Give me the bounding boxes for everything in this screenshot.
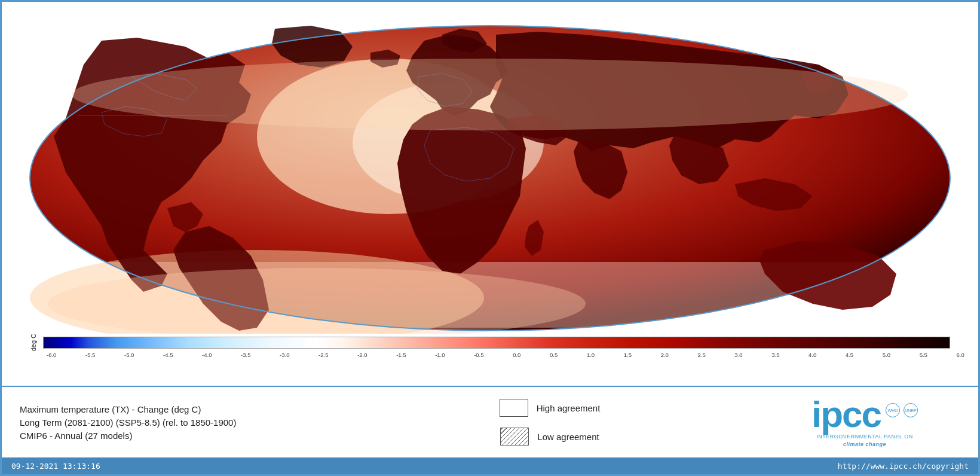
- tick-15: 1.0: [587, 352, 595, 358]
- tick-24: 5.5: [920, 352, 927, 358]
- tick-2: -5.5: [85, 352, 95, 358]
- info-line-2: Long Term (2081-2100) (SSP5-8.5) (rel. t…: [20, 417, 330, 428]
- map-visual: [18, 23, 962, 334]
- tick-9: -2.0: [357, 352, 367, 358]
- low-agreement-label: Low agreement: [537, 432, 599, 442]
- info-left: Maximum temperature (TX) - Change (deg C…: [20, 404, 330, 441]
- tick-13: 0.0: [513, 352, 520, 358]
- tick-18: 2.5: [697, 352, 705, 358]
- tick-1: -6.0: [47, 352, 56, 358]
- tick-5: -4.0: [202, 352, 212, 358]
- tick-11: -1.0: [435, 352, 445, 358]
- colorbar-label: deg C: [30, 334, 37, 351]
- tick-6: -3.5: [241, 352, 250, 358]
- tick-8: -2.5: [318, 352, 328, 358]
- svg-point-8: [72, 59, 908, 130]
- info-line-1: Maximum temperature (TX) - Change (deg C…: [20, 404, 330, 414]
- copyright-url: http://www.ipcc.ch/copyright: [838, 462, 969, 471]
- tick-4: -4.5: [163, 352, 173, 358]
- tick-10: -1.5: [396, 352, 406, 358]
- tick-16: 1.5: [624, 352, 632, 358]
- ipcc-logo-text: ipcc: [811, 396, 881, 433]
- info-line-3: CMIP6 - Annual (27 models): [20, 431, 330, 441]
- high-agreement-box: [500, 399, 528, 417]
- status-bar: 09-12-2021 13:13:16 http://www.ipcc.ch/c…: [2, 457, 978, 474]
- legend-area: High agreement Low agreement: [330, 399, 769, 446]
- tick-12: -0.5: [474, 352, 483, 358]
- tick-19: 3.0: [734, 352, 742, 358]
- tick-3: -5.0: [124, 352, 134, 358]
- map-area: deg C -6.0 -5.5 -5.0 -4.5 -4.0 -3.5 -3.0…: [2, 2, 978, 386]
- main-frame: deg C -6.0 -5.5 -5.0 -4.5 -4.0 -3.5 -3.0…: [0, 0, 980, 476]
- colorbar-section: deg C -6.0 -5.5 -5.0 -4.5 -4.0 -3.5 -3.0…: [18, 334, 962, 370]
- ipcc-logo-area: ipcc WHO UNEP INTERGOVERNMENTAL PANEL ON…: [769, 396, 960, 448]
- high-agreement-legend: High agreement: [500, 399, 601, 417]
- tick-21: 4.0: [808, 352, 816, 358]
- timestamp: 09-12-2021 13:13:16: [11, 462, 100, 471]
- colorbar: [43, 337, 950, 349]
- info-footer: Maximum temperature (TX) - Change (deg C…: [2, 386, 978, 457]
- tick-22: 4.5: [846, 352, 853, 358]
- tick-23: 5.0: [883, 352, 890, 358]
- low-agreement-box: [500, 428, 529, 446]
- who-icon: WHO: [886, 403, 900, 417]
- tick-14: 0.5: [550, 352, 558, 358]
- tick-25: 6.0: [957, 352, 964, 358]
- world-map-svg: [18, 23, 962, 334]
- high-agreement-label: High agreement: [537, 403, 601, 413]
- tick-17: 2.0: [661, 352, 669, 358]
- low-agreement-legend: Low agreement: [500, 428, 599, 446]
- ipcc-logo: ipcc WHO UNEP INTERGOVERNMENTAL PANEL ON…: [811, 396, 918, 448]
- ipcc-subtext: INTERGOVERNMENTAL PANEL ON climate chang…: [816, 433, 913, 448]
- tick-7: -3.0: [280, 352, 289, 358]
- tick-20: 3.5: [771, 352, 779, 358]
- unep-icon: UNEP: [904, 403, 918, 417]
